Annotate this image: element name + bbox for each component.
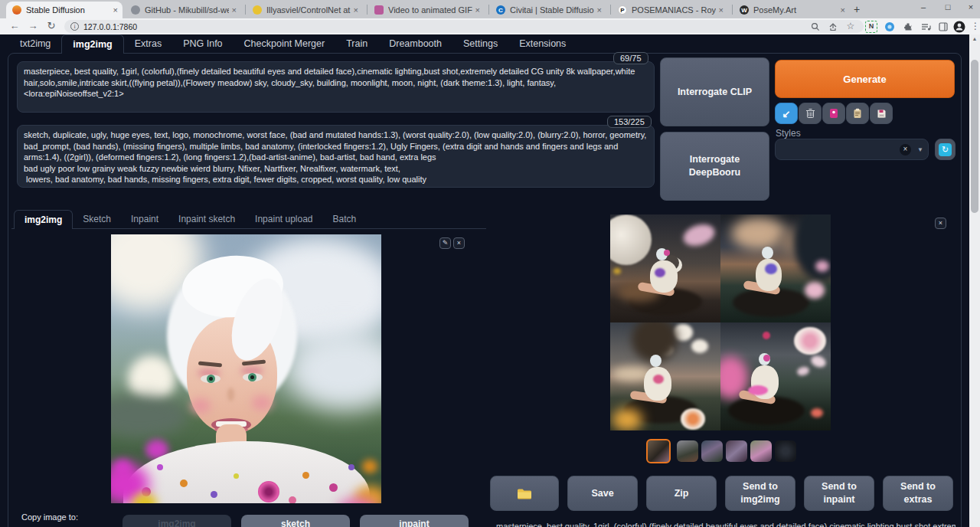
tab-img2img-mode[interactable]: img2img	[14, 210, 73, 229]
profile-avatar[interactable]	[953, 21, 965, 33]
browser-tab-posemyart[interactable]: W PoseMy.Art ×	[733, 2, 850, 18]
site-info-icon[interactable]: i	[70, 22, 79, 31]
browser-tab-civitai[interactable]: C Civitai | Stable Diffusion model... ×	[490, 2, 606, 18]
browser-tab-controlnet[interactable]: Illyasviel/ControlNet at main ×	[247, 2, 363, 18]
tab-inpaint-upload[interactable]: Inpaint upload	[245, 210, 322, 229]
paste-generation-params-button[interactable]: ↙	[775, 103, 798, 124]
tab-close-icon[interactable]: ×	[597, 5, 602, 15]
bookmark-star-icon[interactable]: ☆	[844, 21, 857, 33]
save-style-button[interactable]	[870, 103, 893, 124]
send-to-inpaint-button[interactable]: Send to inpaint	[804, 476, 874, 511]
gallery-thumbnail-1[interactable]	[646, 439, 671, 463]
refresh-styles-button[interactable]: ↻	[935, 139, 956, 160]
tab-close-icon[interactable]: ×	[113, 5, 118, 15]
gallery-thumbnail-4[interactable]	[726, 440, 747, 462]
tab-inpaint[interactable]: Inpaint	[121, 210, 168, 229]
clear-styles-icon[interactable]: ×	[900, 144, 911, 155]
tab-img2img[interactable]: img2img	[61, 34, 123, 54]
prompt-token-counter: 69/75	[613, 52, 648, 64]
styles-label: Styles	[776, 128, 801, 139]
playlist-icon[interactable]	[920, 21, 932, 33]
browser-tab-stable-diffusion[interactable]: Stable Diffusion ×	[6, 2, 122, 18]
tab-sketch[interactable]: Sketch	[73, 210, 121, 229]
tab-title: Video to animated GIF converter	[388, 5, 472, 15]
interrogate-deepbooru-button[interactable]: Interrogate DeepBooru	[660, 132, 769, 201]
tab-train[interactable]: Train	[335, 34, 378, 54]
tab-close-icon[interactable]: ×	[719, 5, 724, 15]
gallery-thumbnail-3[interactable]	[701, 440, 723, 462]
browser-menu-icon[interactable]: ⋮	[969, 21, 980, 33]
prompt-input[interactable]: masterpiece, best quality, 1girl, (color…	[17, 61, 655, 113]
maximize-button[interactable]: □	[940, 2, 956, 11]
extension-blue-circle-icon[interactable]	[884, 21, 896, 33]
img2img-mode-tabs: img2img Sketch Inpaint Inpaint sketch In…	[14, 210, 366, 229]
subtab-divider	[11, 228, 486, 229]
chevron-down-icon[interactable]: ▼	[917, 146, 923, 153]
gallery-close-button[interactable]: ×	[935, 218, 946, 229]
extensions-puzzle-icon[interactable]	[902, 21, 914, 33]
extra-networks-button[interactable]	[822, 103, 845, 124]
tab-title: PoseMy.Art	[753, 5, 838, 15]
copy-to-inpaint-button[interactable]: inpaint	[360, 515, 469, 527]
browser-tab-posemaniacs[interactable]: P POSEMANIACS - Royalty free 3... ×	[612, 2, 728, 18]
send-to-extras-button[interactable]: Send to extras	[883, 476, 953, 511]
negative-token-counter: 153/225	[607, 116, 652, 128]
edit-image-button[interactable]: ✎	[439, 237, 451, 249]
folder-icon	[517, 488, 532, 499]
tab-separator	[245, 5, 246, 15]
browser-tab-gif-converter[interactable]: Video to animated GIF converter ×	[368, 2, 485, 18]
forward-button[interactable]: →	[26, 20, 40, 33]
copy-to-img2img-button[interactable]: img2img	[122, 515, 231, 527]
clipboard-icon	[853, 108, 862, 119]
new-tab-button[interactable]: +	[850, 3, 864, 17]
reload-button[interactable]: ↻	[44, 20, 58, 33]
tab-inpaint-sketch[interactable]: Inpaint sketch	[168, 210, 245, 229]
url-bar[interactable]: i 127.0.0.1:7860	[64, 20, 864, 33]
clear-image-button[interactable]: ×	[453, 237, 465, 249]
open-folder-button[interactable]	[490, 476, 559, 511]
zoom-icon[interactable]	[809, 21, 822, 33]
tab-dreambooth[interactable]: Dreambooth	[378, 34, 452, 54]
tab-close-icon[interactable]: ×	[354, 5, 358, 15]
generate-button[interactable]: Generate	[775, 60, 955, 98]
scroll-up-button[interactable]: ▲	[969, 34, 980, 44]
tab-checkpoint-merger[interactable]: Checkpoint Merger	[234, 34, 336, 54]
extension-n-icon[interactable]: N	[865, 21, 877, 33]
gallery-thumbnail-2[interactable]	[677, 440, 698, 462]
tab-separator	[610, 5, 611, 15]
tab-extensions[interactable]: Extensions	[508, 34, 577, 54]
browser-tab-github[interactable]: GitHub - Mikubill/sd-webui-co... ×	[125, 2, 241, 18]
copy-img2img-label: img2img	[158, 519, 195, 527]
tab-txt2img[interactable]: txt2img	[9, 34, 61, 54]
save-button[interactable]: Save	[567, 476, 638, 511]
interrogate-clip-button[interactable]: Interrogate CLIP	[660, 57, 769, 126]
window-close-button[interactable]: ×	[963, 2, 978, 11]
tab-close-icon[interactable]: ×	[232, 5, 237, 15]
gallery-grid-image[interactable]	[610, 214, 831, 430]
tab-close-icon[interactable]: ×	[841, 5, 845, 15]
scrollbar-thumb[interactable]	[971, 60, 978, 213]
negative-prompt-input[interactable]: sketch, duplicate, ugly, huge eyes, text…	[17, 125, 655, 188]
send-inpaint-label: Send to inpaint	[817, 480, 861, 506]
styles-dropdown[interactable]: × ▼	[775, 139, 929, 160]
pencil-icon: ✎	[443, 239, 449, 247]
tab-settings[interactable]: Settings	[452, 34, 508, 54]
tab-batch[interactable]: Batch	[323, 210, 367, 229]
zip-button[interactable]: Zip	[646, 476, 717, 511]
tab-title: Civitai | Stable Diffusion model...	[510, 5, 594, 15]
sidebar-toggle-icon[interactable]	[937, 21, 949, 33]
gallery-thumbnail-6[interactable]	[775, 440, 796, 462]
gallery-thumbnail-5[interactable]	[750, 440, 772, 462]
back-button[interactable]: ←	[8, 20, 21, 33]
copy-to-sketch-button[interactable]: sketch	[241, 515, 350, 527]
clear-prompt-button[interactable]	[799, 103, 822, 124]
apply-styles-button[interactable]	[846, 103, 869, 124]
tab-png-info[interactable]: PNG Info	[172, 34, 233, 54]
interrogate-clip-label: Interrogate CLIP	[678, 86, 752, 99]
minimize-button[interactable]: –	[916, 2, 931, 11]
tab-extras[interactable]: Extras	[124, 34, 172, 54]
share-icon[interactable]	[827, 21, 839, 33]
send-to-img2img-button[interactable]: Send to img2img	[725, 476, 795, 511]
posemyart-favicon: W	[740, 5, 749, 15]
tab-close-icon[interactable]: ×	[475, 5, 480, 15]
